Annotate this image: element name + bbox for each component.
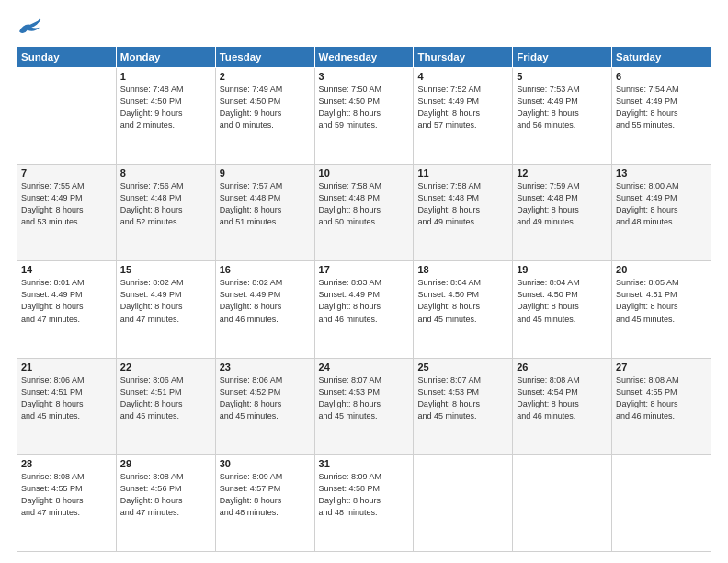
day-info: Sunrise: 8:08 AMSunset: 4:55 PMDaylight:… [616,374,707,422]
day-header-monday: Monday [116,47,215,68]
day-number: 17 [319,264,410,275]
calendar-cell: 5Sunrise: 7:53 AMSunset: 4:49 PMDaylight… [513,68,612,165]
day-info: Sunrise: 8:06 AMSunset: 4:51 PMDaylight:… [120,374,211,422]
day-info: Sunrise: 8:06 AMSunset: 4:52 PMDaylight:… [220,374,311,422]
day-number: 26 [517,362,608,373]
day-info: Sunrise: 7:56 AMSunset: 4:48 PMDaylight:… [120,180,211,228]
day-info: Sunrise: 8:02 AMSunset: 4:49 PMDaylight:… [120,277,211,325]
day-header-tuesday: Tuesday [215,47,314,68]
day-number: 22 [120,362,211,373]
week-row-1: 1Sunrise: 7:48 AMSunset: 4:50 PMDaylight… [17,68,711,165]
day-number: 20 [616,264,707,275]
day-header-thursday: Thursday [414,47,513,68]
day-number: 24 [319,362,410,373]
day-number: 9 [220,167,311,178]
calendar-cell: 14Sunrise: 8:01 AMSunset: 4:49 PMDayligh… [17,261,117,358]
page: SundayMondayTuesdayWednesdayThursdayFrid… [0,0,728,563]
week-row-5: 28Sunrise: 8:08 AMSunset: 4:55 PMDayligh… [17,454,711,551]
calendar-cell: 23Sunrise: 8:06 AMSunset: 4:52 PMDayligh… [215,358,314,454]
day-header-wednesday: Wednesday [314,47,414,68]
calendar-cell: 19Sunrise: 8:04 AMSunset: 4:50 PMDayligh… [513,261,612,358]
day-number: 12 [517,167,608,178]
calendar-cell: 29Sunrise: 8:08 AMSunset: 4:56 PMDayligh… [116,454,215,551]
calendar-cell: 1Sunrise: 7:48 AMSunset: 4:50 PMDaylight… [116,68,215,165]
day-info: Sunrise: 8:06 AMSunset: 4:51 PMDaylight:… [21,374,112,422]
calendar-cell: 7Sunrise: 7:55 AMSunset: 4:49 PMDaylight… [17,165,117,261]
calendar-cell: 9Sunrise: 7:57 AMSunset: 4:48 PMDaylight… [215,165,314,261]
calendar-cell: 16Sunrise: 8:02 AMSunset: 4:49 PMDayligh… [215,261,314,358]
days-header-row: SundayMondayTuesdayWednesdayThursdayFrid… [17,47,711,68]
calendar-cell: 4Sunrise: 7:52 AMSunset: 4:49 PMDaylight… [414,68,513,165]
calendar-cell: 8Sunrise: 7:56 AMSunset: 4:48 PMDaylight… [116,165,215,261]
day-info: Sunrise: 7:48 AMSunset: 4:50 PMDaylight:… [120,84,211,132]
day-info: Sunrise: 7:54 AMSunset: 4:49 PMDaylight:… [616,84,707,132]
day-info: Sunrise: 8:08 AMSunset: 4:54 PMDaylight:… [517,374,608,422]
week-row-3: 14Sunrise: 8:01 AMSunset: 4:49 PMDayligh… [17,261,711,358]
day-info: Sunrise: 8:02 AMSunset: 4:49 PMDaylight:… [220,277,311,325]
day-number: 14 [21,264,112,275]
calendar-cell [612,454,711,551]
day-info: Sunrise: 7:57 AMSunset: 4:48 PMDaylight:… [220,180,311,228]
logo [17,17,46,37]
calendar-cell: 27Sunrise: 8:08 AMSunset: 4:55 PMDayligh… [612,358,711,454]
calendar-cell: 11Sunrise: 7:58 AMSunset: 4:48 PMDayligh… [414,165,513,261]
week-row-4: 21Sunrise: 8:06 AMSunset: 4:51 PMDayligh… [17,358,711,454]
day-number: 6 [616,71,707,82]
day-number: 8 [120,167,211,178]
day-info: Sunrise: 8:00 AMSunset: 4:49 PMDaylight:… [616,180,707,228]
day-number: 30 [220,458,311,469]
day-info: Sunrise: 7:52 AMSunset: 4:49 PMDaylight:… [417,84,508,132]
calendar-cell: 3Sunrise: 7:50 AMSunset: 4:50 PMDaylight… [314,68,414,165]
day-info: Sunrise: 8:04 AMSunset: 4:50 PMDaylight:… [417,277,508,325]
calendar-cell: 6Sunrise: 7:54 AMSunset: 4:49 PMDaylight… [612,68,711,165]
day-number: 7 [21,167,112,178]
day-info: Sunrise: 7:58 AMSunset: 4:48 PMDaylight:… [319,180,410,228]
day-info: Sunrise: 8:08 AMSunset: 4:56 PMDaylight:… [120,471,211,519]
day-number: 27 [616,362,707,373]
calendar-cell: 13Sunrise: 8:00 AMSunset: 4:49 PMDayligh… [612,165,711,261]
day-number: 4 [417,71,508,82]
day-info: Sunrise: 8:08 AMSunset: 4:55 PMDaylight:… [21,471,112,519]
day-number: 3 [319,71,410,82]
calendar-cell [414,454,513,551]
day-number: 21 [21,362,112,373]
day-info: Sunrise: 8:03 AMSunset: 4:49 PMDaylight:… [319,277,410,325]
day-number: 19 [517,264,608,275]
calendar-cell: 10Sunrise: 7:58 AMSunset: 4:48 PMDayligh… [314,165,414,261]
day-number: 15 [120,264,211,275]
day-info: Sunrise: 8:07 AMSunset: 4:53 PMDaylight:… [319,374,410,422]
day-number: 16 [220,264,311,275]
day-number: 5 [517,71,608,82]
calendar-cell: 18Sunrise: 8:04 AMSunset: 4:50 PMDayligh… [414,261,513,358]
day-number: 1 [120,71,211,82]
header [17,17,711,37]
day-info: Sunrise: 8:09 AMSunset: 4:58 PMDaylight:… [319,471,410,519]
day-info: Sunrise: 8:04 AMSunset: 4:50 PMDaylight:… [517,277,608,325]
week-row-2: 7Sunrise: 7:55 AMSunset: 4:49 PMDaylight… [17,165,711,261]
calendar-cell: 12Sunrise: 7:59 AMSunset: 4:48 PMDayligh… [513,165,612,261]
calendar-table: SundayMondayTuesdayWednesdayThursdayFrid… [17,46,711,552]
day-info: Sunrise: 7:49 AMSunset: 4:50 PMDaylight:… [220,84,311,132]
day-number: 2 [220,71,311,82]
calendar-cell: 22Sunrise: 8:06 AMSunset: 4:51 PMDayligh… [116,358,215,454]
calendar-cell: 26Sunrise: 8:08 AMSunset: 4:54 PMDayligh… [513,358,612,454]
calendar-cell: 2Sunrise: 7:49 AMSunset: 4:50 PMDaylight… [215,68,314,165]
day-info: Sunrise: 7:50 AMSunset: 4:50 PMDaylight:… [319,84,410,132]
calendar-cell: 31Sunrise: 8:09 AMSunset: 4:58 PMDayligh… [314,454,414,551]
calendar-cell [513,454,612,551]
day-info: Sunrise: 7:53 AMSunset: 4:49 PMDaylight:… [517,84,608,132]
calendar-cell: 25Sunrise: 8:07 AMSunset: 4:53 PMDayligh… [414,358,513,454]
day-number: 25 [417,362,508,373]
calendar-cell: 28Sunrise: 8:08 AMSunset: 4:55 PMDayligh… [17,454,117,551]
day-info: Sunrise: 8:09 AMSunset: 4:57 PMDaylight:… [220,471,311,519]
day-info: Sunrise: 7:59 AMSunset: 4:48 PMDaylight:… [517,180,608,228]
calendar-cell: 15Sunrise: 8:02 AMSunset: 4:49 PMDayligh… [116,261,215,358]
day-number: 18 [417,264,508,275]
day-header-friday: Friday [513,47,612,68]
day-info: Sunrise: 8:07 AMSunset: 4:53 PMDaylight:… [417,374,508,422]
day-info: Sunrise: 7:58 AMSunset: 4:48 PMDaylight:… [417,180,508,228]
day-number: 10 [319,167,410,178]
day-header-saturday: Saturday [612,47,711,68]
day-info: Sunrise: 8:01 AMSunset: 4:49 PMDaylight:… [21,277,112,325]
calendar-cell: 20Sunrise: 8:05 AMSunset: 4:51 PMDayligh… [612,261,711,358]
